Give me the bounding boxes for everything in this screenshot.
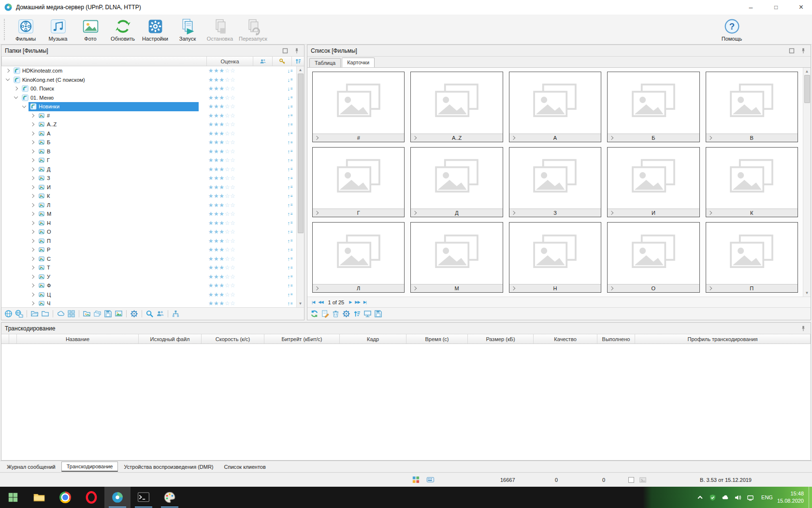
panel-pin-icon[interactable] bbox=[799, 325, 807, 332]
refresh-button[interactable]: Обновить bbox=[107, 15, 138, 44]
star-icon[interactable]: ☆ bbox=[225, 238, 230, 244]
expand-chevron-icon[interactable] bbox=[30, 140, 34, 144]
transcoding-column-header[interactable]: Битрейт (кБит/с) bbox=[264, 334, 340, 344]
tray-tray-chevron-icon[interactable] bbox=[696, 494, 704, 501]
star-icon[interactable]: ☆ bbox=[225, 264, 230, 271]
tray-volume-icon[interactable] bbox=[734, 494, 741, 501]
sort-order-icon[interactable]: ↓≡ bbox=[284, 77, 296, 83]
star-icon[interactable]: ☆ bbox=[225, 202, 230, 209]
star-icon[interactable]: ☆ bbox=[230, 238, 235, 244]
toolbar-folders-icon[interactable] bbox=[93, 310, 102, 318]
star-icon[interactable]: ★ bbox=[208, 94, 214, 101]
star-icon[interactable]: ★ bbox=[219, 67, 224, 74]
toolbar-save-icon[interactable] bbox=[374, 310, 382, 318]
star-icon[interactable]: ★ bbox=[208, 220, 214, 226]
card-expand-chevron-icon[interactable] bbox=[411, 287, 419, 290]
star-icon[interactable]: ☆ bbox=[230, 67, 235, 74]
star-icon[interactable]: ★ bbox=[219, 255, 224, 262]
tray-defender-shield-icon[interactable] bbox=[709, 494, 716, 501]
tree-row[interactable]: У★★★☆☆↑≡ bbox=[1, 272, 296, 282]
transcoding-column-header[interactable]: Название bbox=[17, 334, 139, 344]
star-icon[interactable]: ★ bbox=[214, 220, 219, 226]
music-button[interactable]: Музыка bbox=[43, 15, 73, 44]
toolbar-monitor-icon[interactable] bbox=[363, 310, 372, 318]
collapse-chevron-icon[interactable] bbox=[6, 77, 10, 81]
media-card[interactable]: Л bbox=[312, 222, 405, 293]
tree-row[interactable]: Л★★★☆☆↑≡ bbox=[1, 201, 296, 210]
star-icon[interactable]: ☆ bbox=[230, 193, 235, 199]
star-icon[interactable]: ☆ bbox=[230, 273, 235, 280]
star-icon[interactable]: ☆ bbox=[225, 246, 230, 253]
transcoding-column-header[interactable]: Кадр bbox=[340, 334, 406, 344]
sort-order-icon[interactable]: ↑≡ bbox=[284, 300, 296, 306]
star-icon[interactable]: ★ bbox=[219, 300, 224, 307]
star-icon[interactable]: ★ bbox=[208, 246, 214, 253]
star-icon[interactable]: ★ bbox=[219, 139, 224, 146]
maximize-button[interactable] bbox=[765, 0, 787, 15]
panel-maximize-icon[interactable] bbox=[788, 47, 796, 55]
star-icon[interactable]: ★ bbox=[208, 76, 214, 83]
rating-stars[interactable]: ★★★☆☆ bbox=[199, 149, 245, 154]
tree-row[interactable]: Т★★★☆☆↑≡ bbox=[1, 263, 296, 272]
star-icon[interactable]: ★ bbox=[214, 202, 219, 209]
transcoding-column-header[interactable]: Скорость (к/с) bbox=[202, 334, 264, 344]
tree-row[interactable]: A..Z★★★☆☆↑≡ bbox=[1, 120, 296, 129]
sort-order-icon[interactable]: ↑≡ bbox=[284, 157, 296, 163]
panel-pin-icon[interactable] bbox=[293, 47, 301, 55]
bottom-tab-2[interactable]: Устройства воспроизведения (DMR) bbox=[119, 463, 218, 471]
sort-header-icon[interactable] bbox=[291, 57, 304, 66]
expand-chevron-icon[interactable] bbox=[30, 122, 34, 126]
tree-row[interactable]: И★★★☆☆↑≡ bbox=[1, 183, 296, 192]
star-icon[interactable]: ☆ bbox=[225, 139, 230, 146]
expand-chevron-icon[interactable] bbox=[30, 114, 34, 118]
star-icon[interactable]: ★ bbox=[208, 85, 214, 92]
star-icon[interactable]: ☆ bbox=[225, 228, 230, 235]
toolbar-folder-open-icon[interactable] bbox=[30, 310, 39, 318]
media-card[interactable]: Д bbox=[410, 147, 503, 218]
star-icon[interactable]: ☆ bbox=[225, 85, 230, 92]
sort-order-icon[interactable]: ↑≡ bbox=[284, 113, 296, 119]
collapse-chevron-icon[interactable] bbox=[22, 104, 26, 108]
sort-order-icon[interactable]: ↑≡ bbox=[284, 193, 296, 199]
star-icon[interactable]: ★ bbox=[214, 193, 219, 199]
rating-stars[interactable]: ★★★☆☆ bbox=[199, 229, 245, 235]
star-icon[interactable]: ☆ bbox=[230, 76, 235, 83]
card-expand-chevron-icon[interactable] bbox=[411, 211, 419, 214]
transcoding-column-header[interactable]: Качество bbox=[534, 334, 597, 344]
list-tab-0[interactable]: Таблица bbox=[309, 58, 341, 67]
toolbar-trash-icon[interactable] bbox=[332, 310, 340, 318]
media-card[interactable]: К bbox=[706, 147, 798, 218]
star-icon[interactable]: ★ bbox=[219, 112, 224, 119]
star-icon[interactable]: ★ bbox=[219, 264, 224, 271]
toolbar-edit-icon[interactable] bbox=[321, 310, 329, 318]
panel-pin-icon[interactable] bbox=[799, 47, 807, 55]
transcoding-column-header[interactable]: Профиль транскодирования bbox=[635, 334, 811, 344]
star-icon[interactable]: ★ bbox=[208, 121, 214, 128]
star-icon[interactable]: ☆ bbox=[225, 255, 230, 262]
star-icon[interactable]: ★ bbox=[219, 193, 224, 199]
start-button[interactable]: Запуск bbox=[172, 15, 203, 44]
taskbar-clock[interactable]: 15:48 15.08.2020 bbox=[777, 490, 809, 505]
card-expand-chevron-icon[interactable] bbox=[608, 136, 615, 139]
star-icon[interactable]: ☆ bbox=[225, 220, 230, 226]
sort-order-icon[interactable]: ↑≡ bbox=[284, 220, 296, 226]
star-icon[interactable]: ☆ bbox=[230, 291, 235, 298]
star-icon[interactable]: ★ bbox=[219, 228, 224, 235]
card-expand-chevron-icon[interactable] bbox=[313, 211, 320, 214]
star-icon[interactable]: ★ bbox=[219, 246, 224, 253]
toolbar-tree-structure-icon[interactable] bbox=[172, 310, 180, 318]
rating-stars[interactable]: ★★★☆☆ bbox=[199, 211, 245, 217]
star-icon[interactable]: ★ bbox=[208, 264, 214, 271]
media-card[interactable]: П bbox=[706, 222, 798, 293]
star-icon[interactable]: ☆ bbox=[230, 94, 235, 101]
star-icon[interactable]: ★ bbox=[219, 157, 224, 164]
toolbar-grid-icon[interactable] bbox=[67, 310, 75, 318]
star-icon[interactable]: ★ bbox=[219, 175, 224, 181]
card-expand-chevron-icon[interactable] bbox=[608, 287, 615, 290]
star-icon[interactable]: ★ bbox=[214, 255, 219, 262]
card-expand-chevron-icon[interactable] bbox=[411, 136, 419, 139]
bottom-tab-0[interactable]: Журнал сообщений bbox=[2, 463, 60, 471]
photo-button[interactable]: Фото bbox=[75, 15, 106, 44]
star-icon[interactable]: ☆ bbox=[225, 300, 230, 307]
scroll-up-icon[interactable] bbox=[805, 68, 809, 75]
